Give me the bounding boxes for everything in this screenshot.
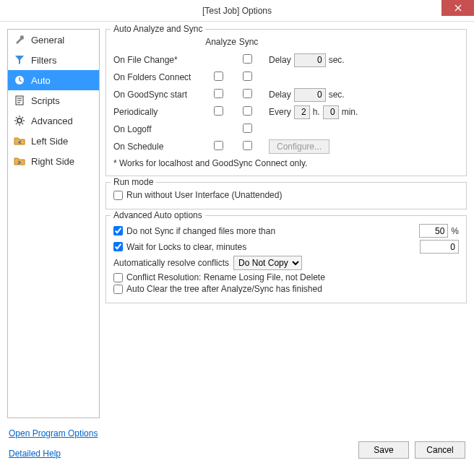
min-input[interactable] (323, 105, 339, 119)
check-period-analyze[interactable] (214, 106, 223, 116)
configure-button[interactable]: Configure... (269, 139, 329, 154)
unattended-label: Run without User Interface (Unattended) (126, 190, 282, 200)
sidebar-item-scripts[interactable]: Scripts (8, 90, 99, 111)
script-icon (14, 95, 25, 106)
check-auto-clear[interactable] (113, 285, 123, 294)
conflict-rename-label: Conflict Resolution: Rename Losing File,… (126, 272, 325, 282)
min-label: min. (342, 107, 358, 117)
group-title-runmode: Run mode (111, 177, 156, 187)
group-title: Auto Analyze and Sync (111, 24, 205, 34)
clock-icon (14, 74, 25, 86)
sidebar-item-label: General (31, 35, 64, 46)
save-button[interactable]: Save (358, 441, 409, 459)
folder-left-icon (14, 135, 25, 147)
check-unattended[interactable] (113, 191, 123, 200)
titlebar: [Test Job] Options (0, 0, 474, 22)
row-folders-connect: On Folders Connect (113, 72, 204, 82)
sidebar-item-leftside[interactable]: Left Side (8, 131, 99, 151)
col-sync: Sync (238, 37, 259, 47)
row-schedule: On Schedule (113, 142, 204, 152)
h-label: h. (313, 107, 320, 117)
funnel-icon (14, 54, 25, 66)
group-auto-analyze: Auto Analyze and Sync Analyze Sync On Fi… (105, 29, 467, 176)
close-icon (454, 4, 462, 12)
resolve-label: Automatically resolve conflicts (113, 258, 229, 268)
check-folders-analyze[interactable] (214, 72, 223, 81)
every-label: Every (269, 107, 291, 117)
row-periodically: Periodically (113, 107, 204, 117)
sidebar-item-label: Advanced (31, 116, 73, 126)
sidebar-item-label: Filters (31, 55, 56, 66)
group-advanced-auto: Advanced Auto options Do not Sync if cha… (105, 215, 467, 303)
percent-label: % (451, 226, 459, 236)
link-detailed-help[interactable]: Detailed Help (9, 449, 98, 459)
check-start-analyze[interactable] (214, 89, 223, 98)
sidebar-item-label: Left Side (31, 136, 68, 147)
delay-input-1[interactable] (294, 53, 326, 67)
group-title-advanced: Advanced Auto options (111, 210, 205, 220)
check-period-sync[interactable] (243, 106, 252, 116)
cancel-button[interactable]: Cancel (415, 441, 465, 459)
window-title: [Test Job] Options (202, 6, 272, 16)
sec-label-2: sec. (329, 90, 345, 100)
sidebar-item-label: Auto (31, 75, 51, 86)
delay-input-2[interactable] (294, 88, 326, 102)
hours-input[interactable] (294, 105, 310, 119)
auto-clear-label: Auto Clear the tree after Analyze/Sync h… (126, 284, 322, 294)
link-program-options[interactable]: Open Program Options (9, 428, 98, 438)
check-start-sync[interactable] (243, 89, 252, 98)
check-dont-sync[interactable] (113, 226, 123, 235)
col-analyze: Analyze (204, 37, 238, 47)
check-filechange-sync[interactable] (243, 54, 252, 64)
check-schedule-analyze[interactable] (214, 141, 223, 150)
check-folders-sync[interactable] (243, 72, 252, 81)
footnote: * Works for localhost and GoodSync Conne… (113, 158, 459, 168)
resolve-select[interactable]: Do Not Copy (233, 256, 302, 270)
check-conflict-rename[interactable] (113, 273, 123, 282)
sidebar-item-auto[interactable]: Auto (8, 70, 99, 90)
folder-right-icon (14, 155, 25, 167)
sidebar: General Filters Auto Scripts Advanced Le… (7, 29, 100, 418)
check-schedule-sync[interactable] (243, 141, 252, 150)
sidebar-item-rightside[interactable]: Right Side (8, 151, 99, 171)
check-logoff-sync[interactable] (243, 124, 252, 133)
sidebar-item-general[interactable]: General (8, 30, 99, 50)
wait-locks-label: Wait for Locks to clear, minutes (126, 242, 246, 252)
svg-point-2 (17, 118, 22, 123)
check-wait-locks[interactable] (113, 242, 123, 251)
row-logoff: On Logoff (113, 124, 204, 134)
sec-label: sec. (329, 55, 345, 65)
wait-locks-value[interactable] (420, 240, 459, 254)
delay-label: Delay (269, 55, 291, 65)
dont-sync-label: Do not Sync if changed files more than (126, 226, 275, 236)
row-file-change: On File Change* (113, 55, 204, 65)
dont-sync-value[interactable] (419, 224, 448, 238)
sidebar-item-filters[interactable]: Filters (8, 50, 99, 70)
sidebar-item-label: Right Side (31, 156, 74, 167)
sidebar-item-label: Scripts (31, 95, 60, 106)
group-run-mode: Run mode Run without User Interface (Una… (105, 182, 467, 209)
wrench-icon (14, 34, 25, 46)
gear-icon (14, 115, 25, 126)
row-goodsync-start: On GoodSync start (113, 90, 204, 100)
sidebar-item-advanced[interactable]: Advanced (8, 111, 99, 131)
delay-label-2: Delay (269, 90, 291, 100)
close-button[interactable] (441, 0, 474, 16)
